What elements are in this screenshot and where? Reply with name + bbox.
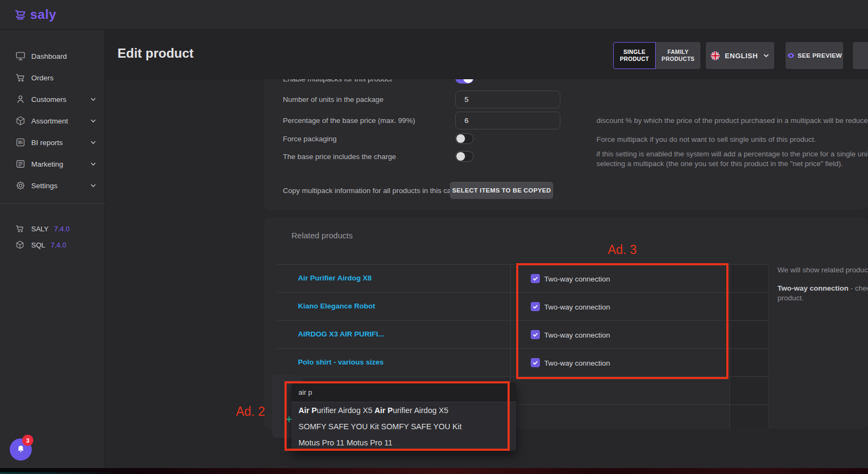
sidebar-item-label: Marketing (31, 160, 63, 168)
version-name: SALY (31, 225, 48, 233)
search-result-option[interactable]: Motus Pro 11 Motus Pro 11 (291, 435, 516, 451)
see-preview-button[interactable]: SEE PREVIEW (786, 42, 843, 69)
search-result-option[interactable]: Air Purifier Airdog X5 Air Purifier Aird… (291, 402, 516, 418)
two-way-connection-checkbox[interactable] (531, 302, 540, 311)
base-price-charge-label: The base price includes the charge (283, 153, 396, 161)
version-number: 7.4.0 (51, 241, 66, 249)
check-icon (532, 332, 538, 338)
sidebar-item-bi-reports[interactable]: Bi BI reports (0, 132, 105, 153)
two-way-connection-label: Two-way connection (544, 303, 610, 311)
desktop-background-strip (0, 468, 868, 474)
table-row: Kiano Elegance Robot Two-way connection (276, 292, 769, 320)
force-packaging-description: Force multipack if you do not want to se… (596, 135, 816, 143)
product-link[interactable]: Air Purifier Airdog X8 (298, 274, 372, 282)
assortment-icon (15, 115, 26, 126)
notifications-badge: 3 (22, 435, 33, 446)
units-input[interactable] (455, 91, 560, 108)
match-highlight: Air P (298, 406, 317, 415)
table-row: Air Purifier Airdog X8 Two-way connectio… (276, 264, 769, 292)
language-label: ENGLISH (725, 52, 758, 60)
chevron-down-icon (90, 96, 96, 102)
option-text: urifier Airdog X5 (393, 406, 448, 415)
table-row: AIRDOG X3 AIR PURIFI... Two-way connecti… (276, 320, 769, 348)
topbar: saly (0, 0, 868, 30)
sidebar-item-orders[interactable]: Orders (0, 67, 105, 88)
sidebar-item-dashboard[interactable]: Dashboard (0, 45, 105, 67)
product-link[interactable]: Polo shirt - various sizes (298, 358, 384, 366)
base-price-charge-description-line2: selecting a multipack (the one you set f… (596, 160, 843, 168)
language-selector[interactable]: ENGLISH (706, 42, 774, 69)
multipack-card: Enable multipacks for this product Numbe… (264, 79, 868, 210)
family-products-button[interactable]: FAMILY PRODUCTS (656, 42, 700, 69)
customers-icon (15, 94, 26, 105)
version-name: SQL (31, 241, 45, 249)
force-packaging-toggle[interactable] (455, 133, 474, 144)
sidebar-item-assortment[interactable]: Assortment (0, 110, 105, 132)
marketing-icon (15, 159, 26, 169)
two-way-connection-checkbox[interactable] (531, 274, 540, 283)
settings-icon (15, 180, 26, 191)
sidebar-item-customers[interactable]: Customers (0, 88, 105, 110)
sidebar: Dashboard Orders Customers Assortment Bi (0, 30, 105, 468)
toggle-knob (456, 134, 465, 143)
chevron-down-icon (90, 118, 96, 124)
logo-text: saly (30, 7, 57, 22)
toggle-knob (456, 152, 465, 161)
percent-description: discount % by which the price of the pro… (596, 116, 868, 125)
page-title: Edit product (117, 46, 193, 61)
sidebar-item-label: Settings (31, 182, 58, 190)
related-note-line2: Two-way connection - checking (777, 284, 868, 292)
units-label: Number of units in the package (283, 95, 384, 104)
two-way-connection-label: Two-way connection (544, 275, 610, 283)
two-way-connection-checkbox[interactable] (531, 330, 540, 339)
check-icon (532, 304, 538, 310)
check-icon (532, 276, 538, 281)
svg-text:Bi: Bi (18, 140, 23, 145)
percent-label: Percentage of the base price (max. 99%) (283, 116, 415, 125)
page-header: Edit product SINGLE PRODUCT FAMILY PRODU… (105, 30, 868, 79)
version-number: 7.4.0 (54, 225, 70, 233)
chevron-down-icon (90, 139, 96, 146)
cube-icon (15, 240, 25, 250)
annotation-label-ad3: Ad. 3 (608, 243, 637, 257)
related-products-title: Related products (291, 231, 352, 240)
enable-multipacks-label: Enable multipacks for this product (283, 79, 392, 83)
enable-multipacks-toggle[interactable] (455, 79, 474, 84)
chevron-down-icon (90, 182, 96, 189)
related-note-line3: product. (777, 294, 804, 302)
bi-reports-icon: Bi (15, 137, 26, 148)
sidebar-item-label: Customers (31, 95, 66, 104)
related-note-after-bold: - checking (849, 284, 868, 292)
saly-logo[interactable]: saly (14, 7, 57, 22)
two-way-connection-label: Two-way connection (544, 359, 610, 367)
partial-button[interactable] (853, 42, 868, 69)
dashboard-icon (15, 51, 26, 61)
sidebar-item-marketing[interactable]: Marketing (0, 153, 105, 175)
base-price-charge-description-line1: if this setting is enabled the system wi… (596, 150, 868, 158)
force-packaging-label: Force packaging (283, 135, 337, 143)
orders-cart-icon (15, 72, 26, 83)
percent-input[interactable] (455, 112, 560, 129)
search-result-option[interactable]: SOMFY SAFE YOU Kit SOMFY SAFE YOU Kit (291, 418, 516, 435)
cart-logo-icon (14, 8, 28, 22)
select-items-to-be-copied-button[interactable]: SELECT ITEMS TO BE COPYED (450, 182, 553, 199)
check-icon (532, 360, 538, 366)
app-screen: saly Dashboard Orders Customers (0, 0, 868, 474)
search-results-list: Air Purifier Airdog X5 Air Purifier Aird… (291, 402, 516, 451)
version-row-sql: SQL 7.4.0 (0, 237, 105, 253)
two-way-connection-checkbox[interactable] (531, 358, 540, 367)
two-way-connection-label: Two-way connection (544, 331, 610, 339)
related-note-line1: We will show related products w (777, 266, 868, 274)
product-link[interactable]: Kiano Elegance Robot (298, 302, 375, 310)
sidebar-item-settings[interactable]: Settings (0, 175, 105, 196)
bell-icon (16, 444, 26, 455)
cart-icon (15, 224, 25, 233)
product-link[interactable]: AIRDOG X3 AIR PURIFI... (298, 330, 384, 338)
version-row-saly: SALY 7.4.0 (0, 221, 105, 237)
product-search-input[interactable] (291, 383, 516, 402)
chevron-down-icon (90, 161, 96, 167)
single-product-button[interactable]: SINGLE PRODUCT (613, 42, 656, 69)
related-note-bold: Two-way connection (777, 284, 849, 292)
base-price-charge-toggle[interactable] (455, 151, 474, 162)
sidebar-item-label: Orders (31, 74, 53, 82)
